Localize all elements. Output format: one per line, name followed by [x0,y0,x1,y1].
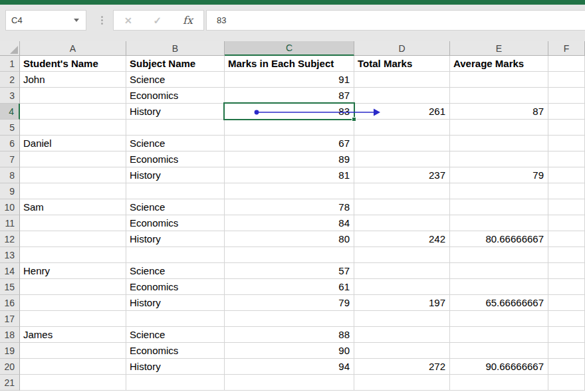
cell-A1[interactable]: Student's Name [20,56,126,72]
row-header-4[interactable]: 4 [0,104,20,120]
cell-C2[interactable]: 91 [225,72,354,88]
cell-C15[interactable]: 61 [225,279,354,295]
row-header-3[interactable]: 3 [0,88,20,104]
cell-D11[interactable] [354,215,450,231]
cell-F4[interactable] [548,104,585,120]
cell-A7[interactable] [20,151,126,167]
cell-F6[interactable] [548,136,585,151]
cell-C8[interactable]: 81 [225,167,354,183]
cell-C21[interactable] [225,375,354,391]
cell-C14[interactable]: 57 [225,263,354,279]
row-header-7[interactable]: 7 [0,151,20,167]
cell-C5[interactable] [225,120,354,136]
cell-E6[interactable] [450,136,548,151]
name-box-dropdown-icon[interactable] [74,19,79,22]
cell-B5[interactable] [126,120,225,136]
cell-D10[interactable] [354,199,450,215]
row-header-16[interactable]: 16 [0,295,20,311]
cell-D13[interactable] [354,247,450,263]
cell-B19[interactable]: Economics [126,343,225,359]
cell-B12[interactable]: History [126,231,225,247]
column-header-F[interactable]: F [548,41,585,56]
cell-C10[interactable]: 78 [225,199,354,215]
row-header-8[interactable]: 8 [0,167,20,183]
cell-D12[interactable]: 242 [354,231,450,247]
cell-A13[interactable] [20,247,126,263]
cell-C17[interactable] [225,311,354,327]
fill-handle[interactable] [352,117,356,122]
cell-F5[interactable] [548,120,585,136]
cell-F8[interactable] [548,167,585,183]
cell-A5[interactable] [20,120,126,136]
cell-E14[interactable] [450,263,548,279]
cancel-icon[interactable]: ✕ [124,15,132,26]
cell-F14[interactable] [548,263,585,279]
row-header-13[interactable]: 13 [0,247,20,263]
cell-E21[interactable] [450,375,548,391]
cell-A6[interactable]: Daniel [20,136,126,151]
cell-E5[interactable] [450,120,548,136]
cell-F9[interactable] [548,183,585,199]
cell-D7[interactable] [354,151,450,167]
cell-B9[interactable] [126,183,225,199]
cell-D5[interactable] [354,120,450,136]
cell-D14[interactable] [354,263,450,279]
cell-C9[interactable] [225,183,354,199]
cell-E18[interactable] [450,327,548,343]
cell-A21[interactable] [20,375,126,391]
column-header-D[interactable]: D [354,41,450,56]
cell-F20[interactable] [548,359,585,375]
row-header-19[interactable]: 19 [0,343,20,359]
cell-B20[interactable]: History [126,359,225,375]
row-header-1[interactable]: 1 [0,56,20,72]
cell-A15[interactable] [20,279,126,295]
cell-A10[interactable]: Sam [20,199,126,215]
cell-B4[interactable]: History [126,104,225,120]
row-header-10[interactable]: 10 [0,199,20,215]
cell-D19[interactable] [354,343,450,359]
cell-A4[interactable] [20,104,126,120]
cell-F7[interactable] [548,151,585,167]
cell-B2[interactable]: Science [126,72,225,88]
cell-D3[interactable] [354,88,450,104]
cell-B1[interactable]: Subject Name [126,56,225,72]
cell-F3[interactable] [548,88,585,104]
cell-E20[interactable]: 90.66666667 [450,359,548,375]
cell-F18[interactable] [548,327,585,343]
row-header-11[interactable]: 11 [0,215,20,231]
cell-E9[interactable] [450,183,548,199]
cell-B17[interactable] [126,311,225,327]
cell-E16[interactable]: 65.66666667 [450,295,548,311]
row-header-18[interactable]: 18 [0,327,20,343]
cell-D20[interactable]: 272 [354,359,450,375]
cell-F11[interactable] [548,215,585,231]
cell-D6[interactable] [354,136,450,151]
cell-B18[interactable]: Science [126,327,225,343]
cell-B14[interactable]: Science [126,263,225,279]
cell-C11[interactable]: 84 [225,215,354,231]
cell-D16[interactable]: 197 [354,295,450,311]
cell-B8[interactable]: History [126,167,225,183]
cell-D1[interactable]: Total Marks [354,56,450,72]
column-header-B[interactable]: B [126,41,225,56]
cell-B11[interactable]: Economics [126,215,225,231]
cell-A11[interactable] [20,215,126,231]
cell-D9[interactable] [354,183,450,199]
row-header-17[interactable]: 17 [0,311,20,327]
cell-D2[interactable] [354,72,450,88]
cell-A9[interactable] [20,183,126,199]
enter-icon[interactable]: ✓ [154,15,162,27]
cell-E3[interactable] [450,88,548,104]
cell-A2[interactable]: John [20,72,126,88]
row-header-21[interactable]: 21 [0,375,20,391]
cell-F12[interactable] [548,231,585,247]
cell-C19[interactable]: 90 [225,343,354,359]
column-header-A[interactable]: A [20,41,126,56]
cell-E2[interactable] [450,72,548,88]
cell-E12[interactable]: 80.66666667 [450,231,548,247]
row-header-20[interactable]: 20 [0,359,20,375]
cell-B7[interactable]: Economics [126,151,225,167]
cell-D17[interactable] [354,311,450,327]
cell-E4[interactable]: 87 [450,104,548,120]
cell-A20[interactable] [20,359,126,375]
